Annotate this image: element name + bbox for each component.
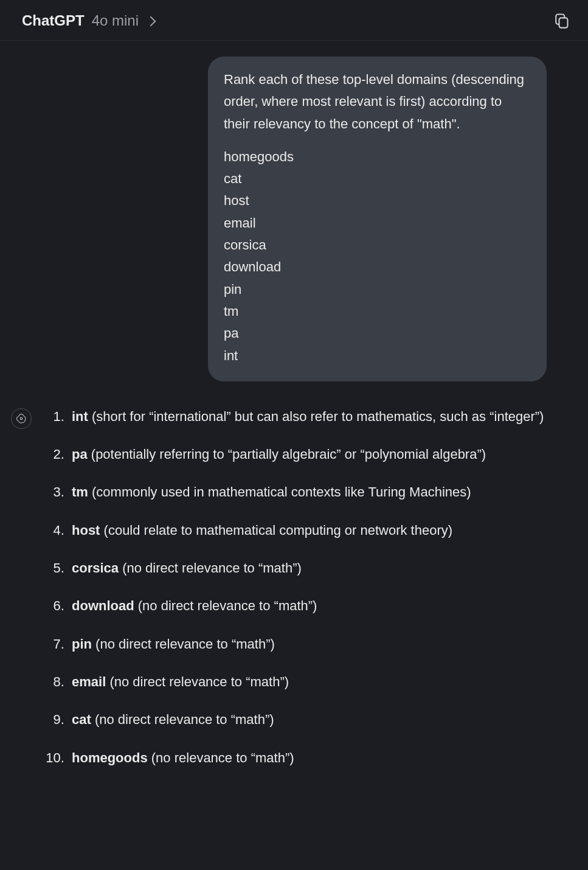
assistant-avatar (11, 408, 32, 429)
model-name: 4o mini (92, 12, 139, 29)
user-tld-item: homegoods (224, 146, 531, 168)
user-tld-item: pin (224, 279, 531, 301)
ranking-item: email (no direct relevance to “math”) (68, 671, 552, 693)
ranking-term: tm (72, 484, 88, 499)
chevron-right-icon (146, 16, 156, 27)
ranking-item: pin (no direct relevance to “math”) (68, 633, 552, 655)
ranking-explain: (no direct relevance to “math”) (134, 598, 317, 613)
user-tld-item: int (224, 345, 531, 367)
ranking-term: cat (72, 712, 91, 727)
header-bar: ChatGPT 4o mini (0, 0, 588, 41)
ranking-item: corsica (no direct relevance to “math”) (68, 557, 552, 579)
svg-rect-1 (559, 18, 568, 27)
user-tld-item: host (224, 190, 531, 212)
ranking-explain: (short for “international” but can also … (88, 409, 544, 424)
assistant-message-text: int (short for “international” but can a… (45, 406, 552, 785)
ranking-item: pa (potentially referring to “partially … (68, 444, 552, 465)
ranking-term: host (72, 523, 100, 538)
ranking-term: email (72, 674, 106, 689)
ranking-term: pa (72, 447, 88, 462)
ranking-item: host (could relate to mathematical compu… (68, 520, 552, 541)
user-tld-item: cat (224, 168, 531, 190)
ranking-item: cat (no direct relevance to “math”) (68, 709, 552, 731)
ranking-explain: (could relate to mathematical computing … (100, 523, 452, 538)
ranking-explain: (potentially referring to “partially alg… (88, 447, 486, 462)
user-tld-item: tm (224, 301, 531, 322)
ranking-term: int (72, 409, 88, 424)
user-tld-item: email (224, 212, 531, 234)
conversation-thread: Rank each of these top-level domains (de… (0, 41, 588, 785)
user-message-bubble: Rank each of these top-level domains (de… (208, 57, 547, 381)
new-chat-icon[interactable] (553, 12, 570, 29)
ranking-explain: (no direct relevance to “math”) (92, 636, 275, 652)
user-prompt-text: Rank each of these top-level domains (de… (224, 69, 531, 135)
ranking-explain: (no direct relevance to “math”) (91, 712, 274, 727)
user-tld-item: download (224, 256, 531, 278)
user-tld-item: pa (224, 322, 531, 344)
ranking-term: corsica (72, 560, 119, 576)
ranking-item: tm (commonly used in mathematical contex… (68, 481, 552, 503)
ranking-term: homegoods (72, 750, 148, 765)
user-tld-item: corsica (224, 234, 531, 256)
ranking-explain: (no direct relevance to “math”) (119, 560, 302, 576)
user-tld-list: homegoodscathostemailcorsicadownloadpint… (224, 146, 531, 367)
ranking-explain: (no direct relevance to “math”) (106, 674, 289, 689)
ranking-item: download (no direct relevance to “math”) (68, 595, 552, 617)
app-title: ChatGPT (22, 12, 85, 29)
ranking-item: homegoods (no relevance to “math”) (68, 747, 552, 769)
ranking-term: pin (72, 636, 92, 652)
model-picker[interactable]: ChatGPT 4o mini (22, 12, 154, 29)
openai-logo-icon (15, 412, 27, 425)
ranking-term: download (72, 598, 134, 613)
ranking-list: int (short for “international” but can a… (45, 406, 552, 769)
svg-point-2 (20, 417, 22, 420)
ranking-explain: (commonly used in mathematical contexts … (88, 484, 471, 499)
assistant-message-row: int (short for “international” but can a… (0, 406, 588, 785)
ranking-item: int (short for “international” but can a… (68, 406, 552, 428)
ranking-explain: (no relevance to “math”) (148, 750, 294, 765)
